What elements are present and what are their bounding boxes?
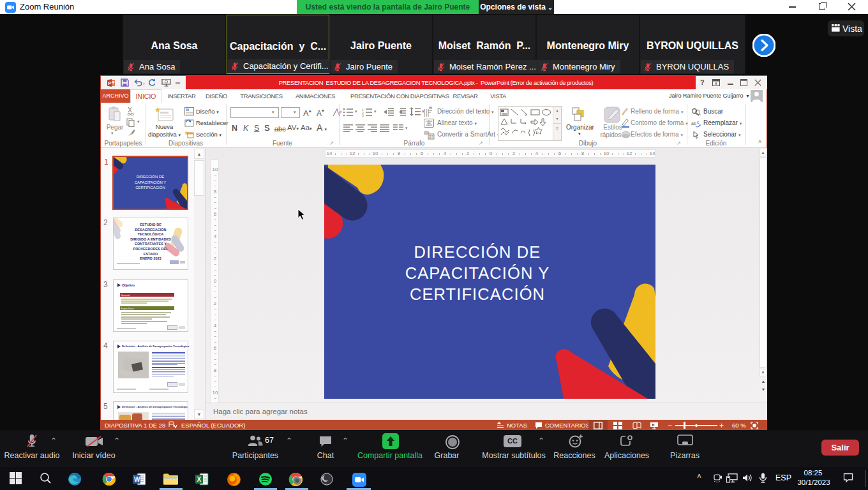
svg-text:W: W xyxy=(134,476,140,483)
svg-text:ab: ab xyxy=(691,121,696,126)
svg-text:3: 3 xyxy=(362,114,364,117)
svg-text:X: X xyxy=(197,476,202,483)
svg-text:c: c xyxy=(697,120,700,124)
svg-text:P: P xyxy=(108,80,112,86)
